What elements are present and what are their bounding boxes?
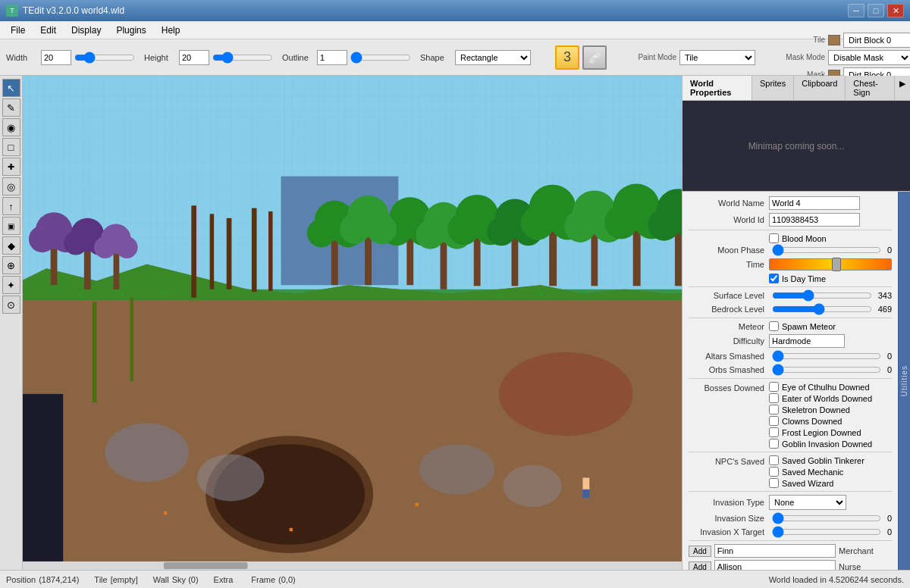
- left-tool-8[interactable]: ▣: [2, 217, 20, 235]
- svg-point-36: [416, 220, 444, 249]
- svg-rect-75: [93, 302, 97, 402]
- left-tool-eraser[interactable]: □: [2, 138, 20, 156]
- svg-point-83: [120, 292, 123, 295]
- svg-rect-88: [23, 561, 682, 570]
- moon-phase-label: Moon Phase: [689, 246, 764, 255]
- shape-label: Shape: [420, 53, 452, 62]
- outline-slider[interactable]: [350, 52, 411, 64]
- time-slider-thumb[interactable]: [832, 258, 841, 271]
- height-input[interactable]: [179, 50, 209, 65]
- tab-world-properties[interactable]: World Properties: [682, 76, 752, 100]
- invasion-x-slider[interactable]: [772, 527, 881, 537]
- title-section: T TEdit v3.2.0.0 world4.wld: [6, 5, 124, 17]
- left-tool-11[interactable]: ✦: [2, 276, 20, 294]
- width-input[interactable]: [41, 50, 71, 65]
- is-day-checkbox[interactable]: [769, 274, 779, 283]
- skeletron-checkbox[interactable]: [769, 405, 779, 414]
- menu-display[interactable]: Display: [64, 23, 108, 37]
- left-tool-12[interactable]: ⊙: [2, 296, 20, 314]
- saved-mechanic-checkbox[interactable]: [769, 467, 779, 477]
- surface-slider[interactable]: [772, 290, 872, 301]
- bedrock-slider[interactable]: [772, 304, 872, 314]
- svg-point-24: [64, 232, 87, 255]
- svg-rect-76: [130, 298, 133, 382]
- invasion-size-value: 0: [887, 514, 892, 523]
- npc-name-0[interactable]: [714, 544, 836, 558]
- saved-wizard-label: Saved Wizard: [782, 479, 833, 488]
- paint-mode-select[interactable]: Tile: [679, 50, 755, 65]
- canvas-area[interactable]: [23, 76, 682, 570]
- frost-legion-checkbox[interactable]: [769, 427, 779, 437]
- left-tool-picker[interactable]: ✚: [2, 158, 20, 176]
- menu-help[interactable]: Help: [154, 23, 188, 37]
- left-tool-spray[interactable]: ◎: [2, 177, 20, 195]
- tool-btn-2[interactable]: 🩹: [582, 45, 607, 70]
- svg-point-52: [564, 211, 596, 242]
- npc-name-1[interactable]: [714, 560, 836, 570]
- minimize-button[interactable]: ─: [848, 4, 864, 17]
- svg-point-14: [197, 454, 264, 501]
- difficulty-row: Difficulty: [689, 334, 892, 348]
- maximize-button[interactable]: □: [868, 4, 884, 17]
- tab-sprites[interactable]: Sprites: [752, 76, 794, 100]
- mask-mode-label: Mask Mode: [780, 53, 825, 61]
- svg-point-15: [419, 444, 494, 494]
- npc-add-btn-1[interactable]: Add: [689, 561, 711, 571]
- spawn-meteor-checkbox[interactable]: [769, 321, 779, 331]
- tile-select[interactable]: Dirt Block 0: [843, 33, 910, 48]
- outline-input[interactable]: [317, 50, 347, 65]
- tab-chest-sign[interactable]: Chest-Sign: [846, 76, 895, 100]
- time-slider-track[interactable]: [769, 258, 892, 271]
- eater-worlds-checkbox[interactable]: [769, 393, 779, 403]
- svg-rect-80: [290, 528, 293, 531]
- orbs-smashed-label: Orbs Smashed: [689, 365, 764, 374]
- tool-btn-1[interactable]: 3: [555, 45, 579, 70]
- close-button[interactable]: ✕: [887, 4, 904, 17]
- bedrock-level-row: Bedrock Level 469: [689, 304, 892, 314]
- menu-plugins[interactable]: Plugins: [108, 23, 153, 37]
- tile-section-label: Tile: [780, 36, 825, 44]
- orbs-slider[interactable]: [772, 364, 881, 375]
- goblin-invasion-checkbox[interactable]: [769, 439, 779, 449]
- left-tool-pencil[interactable]: ✎: [2, 99, 20, 117]
- left-tool-9[interactable]: ◆: [2, 236, 20, 255]
- saved-wizard-checkbox[interactable]: [769, 478, 779, 488]
- difficulty-label: Difficulty: [689, 336, 764, 346]
- left-tool-select[interactable]: ↖: [2, 79, 20, 97]
- npc-type-0: Merchant: [839, 546, 892, 555]
- divider-5: [689, 452, 892, 452]
- paint-mode-group: Paint Mode Tile: [631, 50, 755, 65]
- shape-select[interactable]: Rectangle Ellipse: [455, 50, 531, 65]
- invasion-type-select[interactable]: None Goblin Invasion Frost Legion: [769, 495, 846, 510]
- altars-slider[interactable]: [772, 351, 881, 361]
- blood-moon-checkbox[interactable]: [769, 233, 779, 243]
- bosses-downed-header: Bosses Downed Eye of Cthulhu Downed Eate…: [689, 382, 892, 449]
- eye-cthulhu-checkbox[interactable]: [769, 382, 779, 392]
- panel-arrow-right[interactable]: ▶: [895, 76, 910, 100]
- outline-group: Outline: [282, 50, 411, 65]
- tab-clipboard[interactable]: Clipboard: [794, 76, 846, 100]
- npc-add-btn-0[interactable]: Add: [689, 546, 711, 557]
- saved-goblin-checkbox[interactable]: [769, 455, 779, 465]
- menu-edit[interactable]: Edit: [33, 23, 64, 37]
- tile-group: Tile Dirt Block 0 Mask Mode Disable Mask…: [780, 33, 910, 83]
- left-tool-arrow[interactable]: ↑: [2, 197, 20, 215]
- left-tool-fill[interactable]: ◉: [2, 118, 20, 136]
- tile-color-swatch: [828, 35, 840, 45]
- width-slider[interactable]: [74, 52, 135, 64]
- meteor-row: Meteor Spawn Meteor: [689, 321, 892, 331]
- bedrock-level-label: Bedrock Level: [689, 305, 764, 314]
- difficulty-input[interactable]: [769, 334, 845, 348]
- left-tool-scroll[interactable]: ⊕: [2, 256, 20, 274]
- svg-point-68: [340, 214, 370, 244]
- world-name-input[interactable]: [769, 196, 860, 210]
- mask-mode-select[interactable]: Disable Mask: [828, 50, 910, 65]
- menu-file[interactable]: File: [3, 23, 33, 37]
- world-canvas[interactable]: [23, 76, 682, 570]
- world-id-input[interactable]: [769, 213, 860, 227]
- clowns-checkbox[interactable]: [769, 416, 779, 426]
- height-slider[interactable]: [212, 52, 273, 64]
- is-day-row: Is Day Time: [769, 274, 892, 283]
- invasion-size-slider[interactable]: [772, 513, 881, 524]
- moon-phase-slider[interactable]: [772, 245, 881, 255]
